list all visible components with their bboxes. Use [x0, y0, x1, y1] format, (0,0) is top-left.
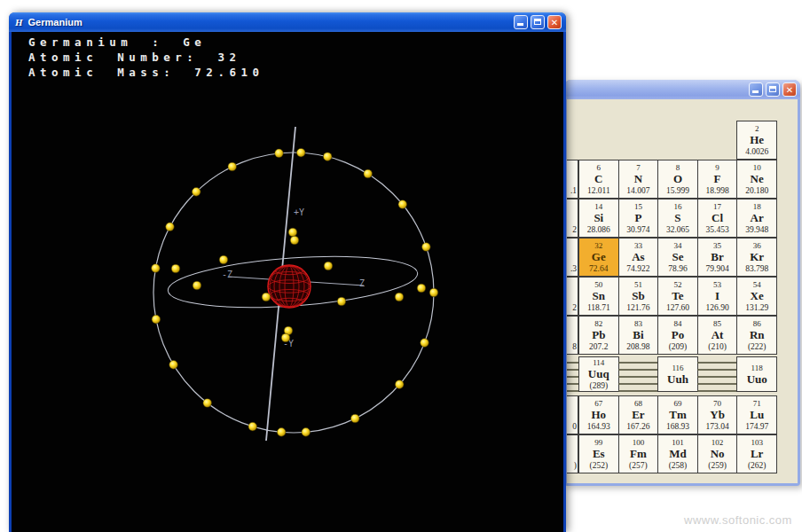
- element-cell-I[interactable]: 53I126.90: [697, 277, 738, 316]
- electron: [262, 293, 271, 301]
- element-cell-As[interactable]: 33As74.922: [618, 238, 659, 277]
- element-mass: (209): [669, 341, 688, 352]
- axis-label: +Y: [294, 207, 304, 217]
- minimize-button[interactable]: [749, 82, 763, 97]
- clipped-mass-fragment: 2: [572, 225, 577, 234]
- element-cell-He[interactable]: 2He4.0026: [736, 121, 777, 160]
- maximize-button[interactable]: [531, 15, 545, 29]
- element-cell-O[interactable]: 8O15.999: [657, 160, 698, 199]
- element-cell-Tm[interactable]: 69Tm168.93: [657, 395, 698, 434]
- clipped-element-cell: 2: [567, 277, 578, 316]
- element-mass: 83.798: [745, 263, 768, 274]
- element-cell-Yb[interactable]: 70Yb173.04: [697, 395, 738, 434]
- element-mass: 35.453: [706, 224, 729, 235]
- electron: [228, 162, 237, 171]
- element-cell-Si[interactable]: 14Si28.086: [578, 199, 619, 238]
- element-cell-Po[interactable]: 84Po(209): [657, 316, 698, 355]
- element-mass: (252): [590, 460, 609, 471]
- element-cell-Sb[interactable]: 51Sb121.76: [618, 277, 659, 316]
- minimize-button[interactable]: [514, 15, 528, 29]
- element-mass: 74.922: [626, 263, 649, 274]
- element-cell-Uuh[interactable]: 116Uuh: [657, 356, 698, 392]
- element-cell-Kr[interactable]: 36Kr83.798: [736, 238, 777, 277]
- element-symbol: Tm: [669, 409, 687, 421]
- electron: [169, 361, 178, 370]
- electron: [337, 297, 346, 306]
- element-mass: (258): [669, 460, 688, 471]
- clipped-element-cell: 0: [567, 395, 578, 434]
- element-cell-Ne[interactable]: 10Ne20.180: [736, 160, 777, 199]
- element-symbol: No: [711, 448, 725, 460]
- electron: [219, 255, 228, 264]
- element-cell-Te[interactable]: 52Te127.60: [657, 277, 698, 316]
- element-symbol: Yb: [710, 409, 725, 421]
- element-cell-Md[interactable]: 101Md(258): [657, 434, 698, 473]
- electron: [395, 380, 404, 389]
- element-symbol: Po: [672, 329, 684, 341]
- element-cell-Uuo[interactable]: 118Uuo: [736, 356, 777, 392]
- germanium-titlebar[interactable]: H Germanium: [9, 12, 566, 32]
- element-symbol: Bi: [633, 329, 643, 341]
- element-cell-Es[interactable]: 99Es(252): [578, 434, 619, 473]
- element-mass: 20.180: [745, 185, 768, 196]
- element-cell-Lu[interactable]: 71Lu174.97: [736, 395, 777, 434]
- close-button[interactable]: [547, 15, 562, 29]
- element-mass: 207.2: [589, 341, 608, 352]
- element-cell-Cl[interactable]: 17Cl35.453: [697, 199, 738, 238]
- electron: [323, 153, 332, 161]
- element-cell-No[interactable]: 102No(259): [697, 434, 738, 473]
- clipped-element-cell: .1: [567, 160, 578, 199]
- element-cell-At[interactable]: 85At(210): [697, 316, 738, 355]
- element-cell-Se[interactable]: 34Se78.96: [657, 238, 698, 277]
- element-mass: 118.71: [587, 302, 610, 313]
- element-mass: (257): [629, 460, 648, 471]
- element-mass: 32.065: [666, 224, 689, 235]
- nucleus: [268, 265, 311, 308]
- element-cell-Fm[interactable]: 100Fm(257): [618, 434, 659, 473]
- close-button[interactable]: [782, 82, 797, 97]
- clipped-mass-fragment: .3: [570, 264, 577, 273]
- element-cell-P[interactable]: 15P30.974: [618, 199, 659, 238]
- element-symbol: As: [632, 251, 644, 263]
- element-cell-S[interactable]: 16S32.065: [657, 199, 698, 238]
- element-cell-Ge[interactable]: 32Ge72.64: [578, 238, 619, 277]
- element-cell-Uuq[interactable]: 114Uuq(289): [578, 356, 619, 392]
- electron: [395, 293, 404, 301]
- axis-label: -Z: [222, 270, 232, 279]
- empty-element-slot: [618, 356, 658, 392]
- element-symbol: Te: [672, 290, 683, 302]
- element-cell-Sn[interactable]: 50Sn118.71: [578, 277, 619, 316]
- element-mass: (262): [748, 460, 767, 471]
- element-cell-Pb[interactable]: 82Pb207.2: [578, 316, 619, 355]
- element-cell-Xe[interactable]: 54Xe131.29: [736, 277, 777, 316]
- element-cell-Er[interactable]: 68Er167.26: [618, 395, 659, 434]
- element-symbol: Fm: [630, 448, 647, 460]
- element-symbol: Cl: [712, 212, 723, 224]
- element-cell-Ho[interactable]: 67Ho164.93: [578, 395, 619, 434]
- element-mass: 167.26: [626, 421, 649, 432]
- element-mass: (259): [708, 460, 727, 471]
- electron: [421, 339, 429, 348]
- element-cell-Bi[interactable]: 83Bi208.98: [618, 316, 659, 355]
- element-mass: (222): [748, 341, 767, 352]
- electron: [350, 414, 359, 423]
- element-symbol: At: [712, 329, 724, 341]
- element-mass: 15.999: [666, 185, 689, 196]
- element-cell-F[interactable]: 9F18.998: [697, 160, 738, 199]
- element-symbol: Ho: [591, 409, 606, 421]
- element-symbol: Uuh: [667, 373, 688, 386]
- element-mass: 12.011: [587, 185, 610, 196]
- element-mass: 72.64: [589, 263, 608, 274]
- periodic-table-titlebar[interactable]: [564, 80, 800, 99]
- element-cell-Ar[interactable]: 18Ar39.948: [736, 199, 777, 238]
- maximize-button[interactable]: [766, 82, 780, 97]
- element-cell-Rn[interactable]: 86Rn(222): [736, 316, 777, 355]
- axis-label: Z: [359, 278, 365, 288]
- element-cell-Lr[interactable]: 103Lr(262): [736, 434, 777, 473]
- element-symbol: Kr: [750, 251, 764, 263]
- element-cell-N[interactable]: 7N14.007: [618, 160, 659, 199]
- element-cell-C[interactable]: 6C12.011: [578, 160, 619, 199]
- clipped-mass-fragment: .1: [570, 186, 577, 195]
- element-mass: 174.97: [745, 421, 768, 432]
- element-cell-Br[interactable]: 35Br79.904: [697, 238, 738, 277]
